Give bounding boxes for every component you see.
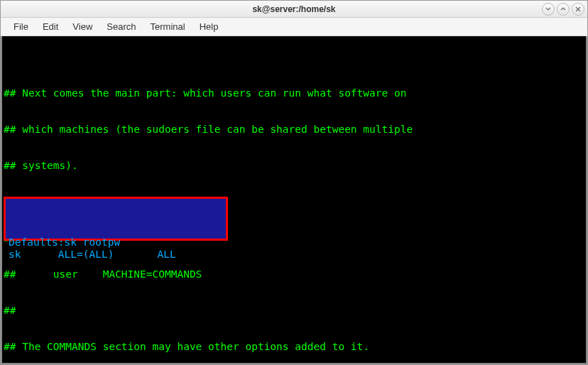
close-icon (575, 6, 582, 13)
terminal-line: ## which machines (the sudoers file can … (4, 124, 584, 136)
menu-help[interactable]: Help (192, 18, 226, 35)
window-controls (542, 3, 584, 16)
terminal-line: ## systems). (4, 160, 584, 172)
minimize-button[interactable] (542, 3, 555, 16)
sudoers-highlight-box: Defaults:sk rootpw sk ALL=(ALL) ALL (4, 197, 228, 241)
maximize-button[interactable] (557, 3, 570, 16)
terminal-line: ## (4, 305, 584, 317)
menu-edit[interactable]: Edit (36, 18, 65, 35)
highlight-line-1: Defaults:sk rootpw (9, 236, 120, 248)
menu-view[interactable]: View (65, 18, 99, 35)
highlight-line-2: sk ALL=(ALL) ALL (9, 249, 176, 260)
window-title: sk@server:/home/sk (252, 4, 335, 14)
maximize-icon (560, 6, 567, 13)
menu-terminal[interactable]: Terminal (143, 18, 192, 35)
titlebar: sk@server:/home/sk (1, 1, 587, 18)
minimize-icon (545, 6, 552, 13)
terminal-area[interactable]: ## Next comes the main part: which users… (1, 36, 587, 364)
highlight-content: Defaults:sk rootpw sk ALL=(ALL) ALL (6, 223, 226, 262)
terminal-line: ## Next comes the main part: which users… (4, 87, 584, 99)
terminal-line: ## The COMMANDS section may have other o… (4, 341, 584, 353)
menu-file[interactable]: File (6, 18, 36, 35)
menubar: File Edit View Search Terminal Help (1, 18, 587, 36)
menu-search[interactable]: Search (99, 18, 143, 35)
close-button[interactable] (572, 3, 584, 16)
terminal-window: sk@server:/home/sk File Edit View Search… (0, 0, 588, 365)
